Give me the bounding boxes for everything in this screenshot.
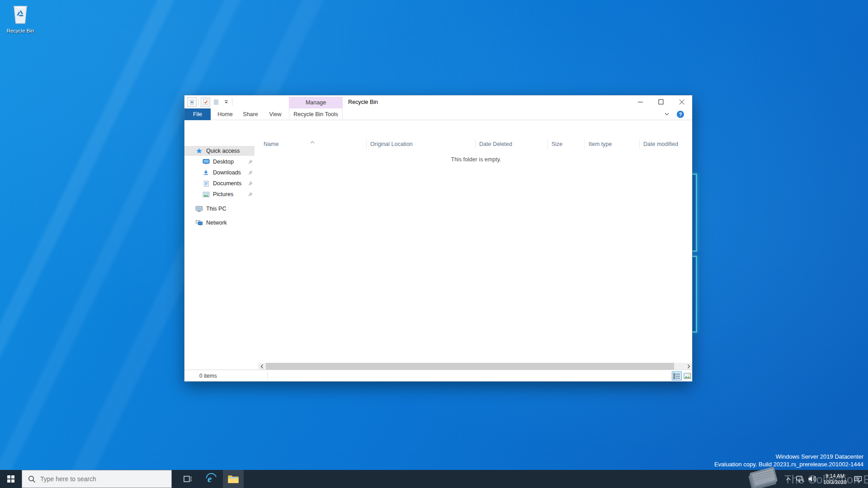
quick-access-star-icon [195, 148, 203, 155]
column-header-date-deleted[interactable]: Date Deleted [476, 139, 548, 149]
qat-separator-2 [232, 99, 232, 106]
svg-text:?: ? [679, 112, 682, 117]
tab-home[interactable]: Home [212, 108, 238, 120]
internet-explorer-button[interactable]: e [202, 470, 220, 488]
recycle-bin-mini-icon [189, 99, 195, 105]
os-watermark-line1: Windows Server 2019 Datacenter [714, 453, 863, 460]
explorer-window: Manage Recycle Bin File Home Share View … [184, 95, 692, 381]
column-headers: Name Original Location Date Deleted Size… [260, 139, 692, 150]
quick-access-toolbar [187, 97, 232, 107]
collection-book-logo [745, 464, 783, 488]
recycle-bin-icon [10, 19, 30, 27]
pin-icon [248, 170, 253, 177]
tab-view[interactable]: View [263, 108, 288, 120]
volume-tray-button[interactable] [807, 470, 817, 488]
tab-share[interactable]: Share [238, 108, 263, 120]
maximize-button[interactable] [651, 95, 671, 108]
os-watermark-line2: Evaluation copy. Build 20231.rs_prerelea… [714, 460, 863, 468]
qat-dropdown-icon [224, 100, 228, 104]
file-list-area: Name Original Location Date Deleted Size… [260, 138, 692, 363]
disabled-qat-icon [212, 99, 220, 105]
column-header-date-modified[interactable]: Date modified [640, 139, 692, 149]
search-icon [28, 475, 36, 483]
action-center-icon [854, 475, 863, 483]
tab-recycle-bin-tools[interactable]: Recycle Bin Tools [289, 108, 343, 120]
this-pc-icon [195, 206, 203, 212]
pin-icon [248, 192, 253, 198]
maximize-icon [651, 95, 671, 108]
window-body: Quick access Desktop [184, 138, 692, 363]
sidebar-item-quick-access[interactable]: Quick access [184, 146, 255, 156]
desktop-icon-label: Recycle Bin [3, 28, 38, 33]
sidebar-item-desktop[interactable]: Desktop [184, 157, 255, 167]
close-button[interactable] [671, 95, 692, 108]
sidebar-item-documents[interactable]: Documents [184, 178, 255, 188]
expand-ribbon-button[interactable] [662, 111, 671, 118]
internet-explorer-icon: e [205, 473, 217, 485]
empty-folder-message: This folder is empty. [260, 156, 692, 163]
clock-date: 10/3/2020 [823, 479, 846, 485]
desktop-folder-icon [202, 159, 210, 165]
pin-icon [248, 159, 253, 166]
items-count: 0 items [199, 370, 217, 381]
ribbon-tab-row: File Home Share View Recycle Bin Tools ? [184, 108, 692, 120]
window-title: Recycle Bin [348, 95, 378, 108]
windows-logo-icon [7, 475, 14, 483]
sidebar-item-pictures[interactable]: Pictures [184, 189, 255, 199]
chevron-down-icon [664, 113, 670, 116]
clock-time: 9:14 AM [826, 473, 844, 479]
scroll-right-button[interactable] [685, 363, 692, 370]
task-view-button[interactable] [179, 470, 197, 488]
show-hidden-icons-button[interactable] [784, 470, 793, 488]
help-icon: ? [677, 111, 684, 118]
column-header-item-type[interactable]: Item type [585, 139, 640, 149]
sidebar-item-label: Network [206, 220, 255, 226]
manage-tab-header[interactable]: Manage [289, 97, 343, 108]
scrollbar-track[interactable] [265, 363, 685, 370]
start-button[interactable] [0, 470, 22, 488]
sidebar-item-label: Quick access [206, 148, 255, 154]
horizontal-scrollbar[interactable] [258, 363, 692, 370]
help-button[interactable]: ? [677, 111, 684, 118]
file-explorer-button[interactable] [223, 470, 244, 488]
action-center-button[interactable] [852, 470, 864, 488]
customize-qat-button[interactable] [222, 100, 230, 104]
os-watermark: Windows Server 2019 Datacenter Evaluatio… [714, 453, 863, 468]
app-icon-button[interactable] [187, 98, 197, 107]
downloads-icon [202, 169, 210, 176]
status-separator [267, 371, 268, 380]
chevron-left-icon [260, 364, 264, 369]
network-icon [195, 220, 203, 226]
taskbar: e The Col [0, 470, 868, 488]
documents-icon [202, 180, 210, 187]
desktop-recycle-bin-shortcut[interactable]: Recycle Bin [3, 3, 38, 33]
tab-file[interactable]: File [184, 108, 211, 120]
taskbar-search-input[interactable] [40, 475, 162, 483]
properties-check-icon [203, 99, 209, 105]
chevron-right-icon [687, 364, 690, 369]
speaker-icon [808, 475, 816, 483]
column-header-size[interactable]: Size [548, 139, 585, 149]
sidebar-item-network[interactable]: Network [184, 218, 255, 228]
svg-text:e: e [208, 474, 212, 484]
minimize-button[interactable] [630, 95, 651, 108]
network-tray-button[interactable] [795, 470, 806, 488]
task-view-icon [183, 474, 193, 484]
large-icons-view-button[interactable] [682, 371, 692, 380]
qat-separator [198, 99, 199, 106]
minimize-icon [630, 95, 651, 108]
column-header-original-location[interactable]: Original Location [367, 139, 476, 149]
sort-ascending-icon [310, 138, 315, 145]
sidebar-item-downloads[interactable]: Downloads [184, 168, 255, 178]
clock-tray-button[interactable]: 9:14 AM 10/3/2020 [819, 470, 851, 488]
properties-button[interactable] [201, 98, 210, 107]
scroll-left-button[interactable] [258, 363, 265, 370]
scrollbar-thumb[interactable] [266, 363, 674, 370]
details-view-button[interactable] [672, 371, 682, 380]
pin-icon [248, 181, 253, 188]
sidebar-item-this-pc[interactable]: This PC [184, 204, 255, 214]
large-icons-view-icon [684, 373, 691, 379]
titlebar[interactable]: Manage Recycle Bin [184, 95, 692, 108]
taskbar-search-box[interactable] [22, 470, 172, 488]
status-bar: 0 items [184, 370, 692, 381]
